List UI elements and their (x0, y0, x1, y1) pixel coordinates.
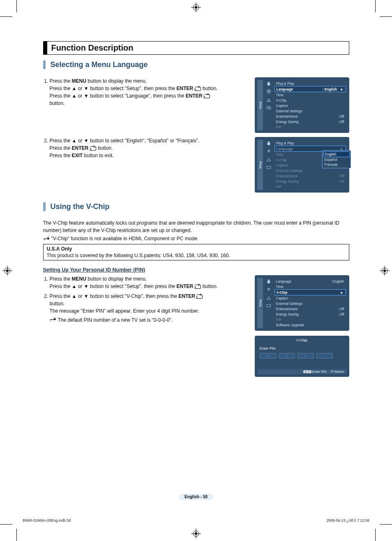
pin-digit-box: * (297, 353, 314, 358)
antenna-icon (266, 157, 271, 162)
registration-mark-icon (2, 266, 12, 276)
section-title-vchip: Using the V-Chip (51, 202, 349, 211)
pin-panel-label: Enter PIN (260, 346, 347, 351)
vchip-note: "V-Chip" function is not available in HD… (43, 236, 349, 241)
osd-item: Time (274, 92, 346, 98)
input-icon (266, 165, 271, 170)
osd-item: Entertainment: Off (274, 114, 346, 119)
pin-footer: 0~9 Enter PIN Return (257, 369, 347, 374)
osd-item: Energy Saving: Off (274, 311, 346, 317)
page-number-pill: English - 50 (179, 494, 213, 500)
svg-rect-31 (267, 166, 271, 169)
osd-language-dropdown: EnglishEspañolFrançais (322, 150, 351, 168)
osd-item: Language: English (274, 279, 346, 284)
pin-panel-title: V-Chip (257, 338, 347, 342)
osd-language-option: Français (323, 162, 350, 167)
step-2: Press the ▲ or ▼ button to select "Engli… (50, 137, 248, 159)
drop-icon (266, 140, 271, 145)
osd-item: Time (274, 284, 346, 289)
osd-language-option: English (323, 151, 350, 157)
pin-digit-box: * (279, 353, 295, 358)
svg-rect-34 (267, 304, 271, 307)
enter-icon (195, 285, 201, 289)
svg-line-24 (270, 90, 270, 91)
osd-item: PIP (274, 124, 346, 130)
osd-item: External Settings (274, 168, 346, 173)
svg-line-23 (267, 93, 267, 93)
input-icon (266, 105, 271, 110)
registration-mark-icon (191, 529, 201, 539)
antenna-icon (266, 295, 271, 300)
source-file-timestamp: 2008-06-13 ¿ÀÈÄ 7:12:58 (326, 518, 369, 522)
enter-icon (197, 295, 203, 299)
osd-item: V-Chip (274, 98, 346, 103)
svg-point-16 (267, 91, 270, 93)
pin-digit-box: * (260, 353, 276, 358)
svg-line-21 (267, 90, 267, 91)
usa-only-box: U.S.A Only This product is covered by th… (43, 244, 349, 260)
drop-icon (266, 279, 271, 283)
section-title-selecting-lang: Selecting a Menu Language (51, 60, 349, 69)
osd-item: Energy Saving: Off (274, 179, 346, 184)
osd-tab-setup: Setup (257, 139, 263, 190)
return-icon: Return (330, 370, 344, 374)
osd-item: V-Chip► (274, 289, 346, 295)
osd-item: Caption (274, 295, 346, 301)
pin-step-1: Press the MENU button to display the men… (50, 275, 248, 290)
osd-item: Plug & Play (274, 140, 346, 146)
osd-item: Plug & Play (274, 81, 346, 86)
osd-item: PIP (274, 317, 346, 322)
drop-icon (266, 81, 271, 86)
svg-marker-33 (267, 297, 271, 300)
osd-item: External Settings (274, 108, 346, 114)
svg-line-22 (270, 93, 270, 93)
osd-item: PIP (274, 184, 346, 189)
osd-language-option: Español (323, 157, 350, 162)
osd-menu-language: Setup Plug & PlayLanguage: English►TimeV… (255, 77, 349, 133)
osd-list: Plug & PlayLanguage: English►TimeV-ChipC… (274, 80, 347, 130)
enter-icon (195, 87, 201, 91)
osd-item: External Settings (274, 301, 346, 306)
osd-menu-language-options: Setup Plug & PlayLanguage►TimeV-ChipCapt… (255, 137, 349, 193)
pin-digit-box (316, 353, 333, 358)
registration-mark-icon (191, 2, 201, 12)
note-arrow-icon (43, 237, 49, 241)
osd-tab-setup: Setup (257, 80, 263, 130)
step-1: Press the MENU button to display the men… (50, 77, 248, 107)
gear-icon (266, 287, 271, 292)
svg-point-32 (267, 288, 270, 290)
osd-item: Entertainment: Off (274, 173, 346, 179)
registration-mark-icon (380, 266, 390, 276)
osd-menu-vchip: Setup Language: EnglishTimeV-Chip►Captio… (255, 275, 349, 331)
antenna-icon (266, 97, 271, 102)
enter-icon (90, 146, 96, 151)
osd-item: Software Upgrade (274, 322, 346, 327)
gear-icon (266, 89, 271, 94)
vchip-intro: The V-Chip feature automatically locks o… (43, 219, 349, 234)
note-arrow-icon (50, 317, 55, 321)
source-file-name: BN68-01669A-00Eng.indb 50 (23, 518, 71, 522)
osd-tab-setup: Setup (257, 278, 263, 328)
osd-item: Energy Saving: Off (274, 119, 346, 124)
svg-marker-30 (267, 158, 271, 161)
vchip-pin-panel: V-Chip Enter PIN *** 0~9 Enter PIN Retur… (255, 336, 349, 377)
pin-pill: 0~9 (303, 370, 311, 373)
osd-item: Language: English► (274, 86, 346, 92)
osd-list: Language: EnglishTimeV-Chip►CaptionExter… (274, 278, 347, 328)
osd-item: Caption (274, 103, 346, 108)
page-title: Function Description (43, 41, 349, 55)
pin-entry-boxes: *** (257, 353, 347, 358)
gear-icon (266, 149, 271, 153)
sub-heading-pin: Setting Up Your Personal ID Number (PIN) (43, 267, 349, 273)
input-icon (266, 303, 271, 308)
osd-item: Entertainment: Off (274, 306, 346, 311)
pin-step-2: Press the ▲ or ▼ button to select "V-Chi… (50, 293, 248, 324)
svg-point-29 (267, 150, 270, 152)
enter-icon (204, 94, 210, 98)
